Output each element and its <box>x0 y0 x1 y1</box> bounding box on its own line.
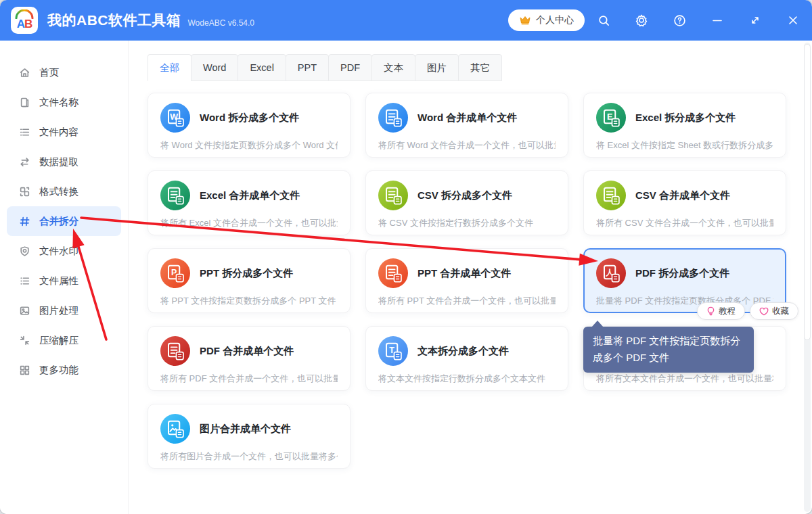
tool-icon: T <box>378 336 408 366</box>
card-head: W Word 拆分成多个文件 <box>160 103 338 133</box>
sidebar-item-0[interactable]: 首页 <box>7 57 121 87</box>
sidebar-item-6[interactable]: 文件水印 <box>7 236 121 266</box>
tool-card-3[interactable]: Excel 合并成单个文件 将所有 Excel 文件合并成一个文件，也可以批量将… <box>148 170 351 235</box>
tool-icon <box>596 181 626 210</box>
card-title: PDF 拆分成多个文件 <box>635 267 729 280</box>
card-description: 将所有 Excel 文件合并成一个文件，也可以批量将多 <box>160 217 338 229</box>
tool-card-4[interactable]: CSV 拆分成多个文件 将 CSV 文件按指定行数拆分成多个文件 <box>365 170 568 235</box>
sidebar-item-8[interactable]: 图片处理 <box>7 296 121 325</box>
watermark-icon <box>19 246 30 257</box>
tool-card-grid: W Word 拆分成多个文件 将 Word 文件按指定页数拆分成多个 Word … <box>148 93 786 469</box>
tool-card-1[interactable]: Word 合并成单个文件 将所有 Word 文件合并成一个文件，也可以批量将多 <box>365 93 568 158</box>
sidebar-item-label: 首页 <box>39 66 59 79</box>
app-window: AB 我的ABC软件工具箱 WodeABC v6.54.0 个人中心 首页 文件… <box>0 0 812 514</box>
card-tooltip: 批量将 PDF 文件按指定页数拆分成多个 PDF 文件 <box>583 327 754 373</box>
sidebar-item-9[interactable]: 压缩解压 <box>7 325 121 355</box>
sidebar-item-1[interactable]: 文件名称 <box>7 87 121 117</box>
tool-icon <box>160 181 190 210</box>
sidebar-item-label: 合并拆分 <box>39 215 78 228</box>
minimize-icon <box>711 14 723 26</box>
search-button[interactable] <box>585 0 623 41</box>
tool-card-6[interactable]: P PPT 拆分成多个文件 将 PPT 文件按指定页数拆分成多个 PPT 文件 <box>148 248 351 313</box>
tab-0[interactable]: 全部 <box>148 54 191 81</box>
help-button[interactable] <box>660 0 698 41</box>
user-center-button[interactable]: 个人中心 <box>508 9 585 31</box>
tool-card-12[interactable]: 图片合并成单个文件 将所有图片合并成一个文件，也可以批量将多个文件 <box>148 404 351 469</box>
sidebar-item-label: 数据提取 <box>39 156 78 168</box>
tutorial-button[interactable]: 教程 <box>697 302 745 320</box>
card-title: PDF 合并成单个文件 <box>200 345 294 358</box>
titlebar-controls: 个人中心 <box>508 0 812 41</box>
search-icon <box>597 14 610 27</box>
more-features-icon <box>19 365 30 376</box>
tool-icon: E <box>596 103 626 133</box>
tool-card-10[interactable]: T 文本拆分成多个文件 将文本文件按指定行数拆分成多个文本文件 <box>365 326 568 391</box>
close-button[interactable] <box>774 0 812 41</box>
card-head: PPT 合并成单个文件 <box>378 258 556 288</box>
card-description: 将所有 PDF 文件合并成一个文件，也可以批量将多 <box>160 373 338 385</box>
tab-4[interactable]: PDF <box>328 54 372 81</box>
sidebar-item-label: 文件属性 <box>39 275 78 287</box>
tab-6[interactable]: 图片 <box>415 54 459 81</box>
tool-card-7[interactable]: PPT 合并成单个文件 将所有 PPT 文件合并成一个文件，也可以批量将多 <box>365 248 568 313</box>
sidebar-item-label: 更多功能 <box>39 364 78 377</box>
sidebar-item-3[interactable]: 数据提取 <box>7 147 121 177</box>
tab-2[interactable]: Excel <box>238 54 286 81</box>
tool-icon <box>378 103 408 133</box>
card-description: 将文本文件按指定行数拆分成多个文本文件 <box>378 373 556 385</box>
logo-rainbow-arc <box>14 9 35 19</box>
sidebar-item-10[interactable]: 更多功能 <box>7 355 121 385</box>
card-description: 将 CSV 文件按指定行数拆分成多个文件 <box>378 217 556 229</box>
title-bar: AB 我的ABC软件工具箱 WodeABC v6.54.0 个人中心 <box>0 0 812 41</box>
tool-card-8[interactable]: 人 PDF 拆分成多个文件 批量将 PDF 文件按指定页数拆分成多个 PDF 文… <box>583 248 786 313</box>
sidebar-item-2[interactable]: 文件内容 <box>7 117 121 147</box>
resize-button[interactable] <box>736 0 774 41</box>
tab-5[interactable]: 文本 <box>371 54 415 81</box>
card-title: Excel 拆分成多个文件 <box>635 112 736 124</box>
app-logo: AB <box>11 7 38 34</box>
tab-label: PDF <box>340 62 360 73</box>
data-extract-icon <box>19 156 30 168</box>
tool-icon: 人 <box>596 258 626 288</box>
tool-icon <box>378 181 408 210</box>
card-title: Excel 合并成单个文件 <box>200 189 300 202</box>
tool-card-2[interactable]: E Excel 拆分成多个文件 将 Excel 文件按指定 Sheet 数或行数… <box>583 93 786 158</box>
tab-label: 图片 <box>427 62 447 74</box>
tool-card-5[interactable]: CSV 合并成单个文件 将所有 CSV 文件合并成一个文件，也可以批量将多 <box>583 170 786 235</box>
sidebar-item-label: 图片处理 <box>39 304 78 317</box>
card-description: 将所有 Word 文件合并成一个文件，也可以批量将多 <box>378 139 556 151</box>
card-title: PPT 合并成单个文件 <box>418 267 511 280</box>
tab-label: 文本 <box>384 62 403 74</box>
category-tabs: 全部 Word Excel PPT PDF 文本 图片 其它 <box>148 54 502 81</box>
tab-1[interactable]: Word <box>191 54 238 81</box>
scrollbar-thumb[interactable] <box>804 44 811 340</box>
tab-label: PPT <box>298 62 317 73</box>
card-description: 将 Word 文件按指定页数拆分成多个 Word 文件 <box>160 139 338 151</box>
tab-3[interactable]: PPT <box>286 54 329 81</box>
crown-icon <box>519 16 531 25</box>
tab-7[interactable]: 其它 <box>458 54 502 81</box>
tab-label: Word <box>203 62 226 73</box>
tool-icon <box>160 336 190 366</box>
tool-card-0[interactable]: W Word 拆分成多个文件 将 Word 文件按指定页数拆分成多个 Word … <box>148 93 351 158</box>
sidebar-item-7[interactable]: 文件属性 <box>7 266 121 296</box>
card-head: Word 合并成单个文件 <box>378 103 556 133</box>
tool-icon <box>378 258 408 288</box>
scrollbar-track[interactable] <box>804 43 811 512</box>
card-head: P PPT 拆分成多个文件 <box>160 258 338 288</box>
tool-icon <box>160 414 190 444</box>
card-head: CSV 合并成单个文件 <box>596 181 773 210</box>
compress-icon <box>19 335 30 346</box>
tool-icon: P <box>160 258 190 288</box>
settings-button[interactable] <box>623 0 660 41</box>
tool-card-9[interactable]: PDF 合并成单个文件 将所有 PDF 文件合并成一个文件，也可以批量将多 <box>148 326 351 391</box>
favorite-button[interactable]: 收藏 <box>750 302 798 320</box>
sidebar-item-4[interactable]: 格式转换 <box>7 177 121 206</box>
card-title: CSV 合并成单个文件 <box>635 189 730 202</box>
card-head: PDF 合并成单个文件 <box>160 336 338 366</box>
file-content-icon <box>19 126 30 138</box>
minimize-button[interactable] <box>698 0 736 41</box>
file-name-icon <box>19 97 30 108</box>
tab-label: 其它 <box>470 62 490 74</box>
sidebar-item-5[interactable]: 合并拆分 <box>7 206 121 236</box>
